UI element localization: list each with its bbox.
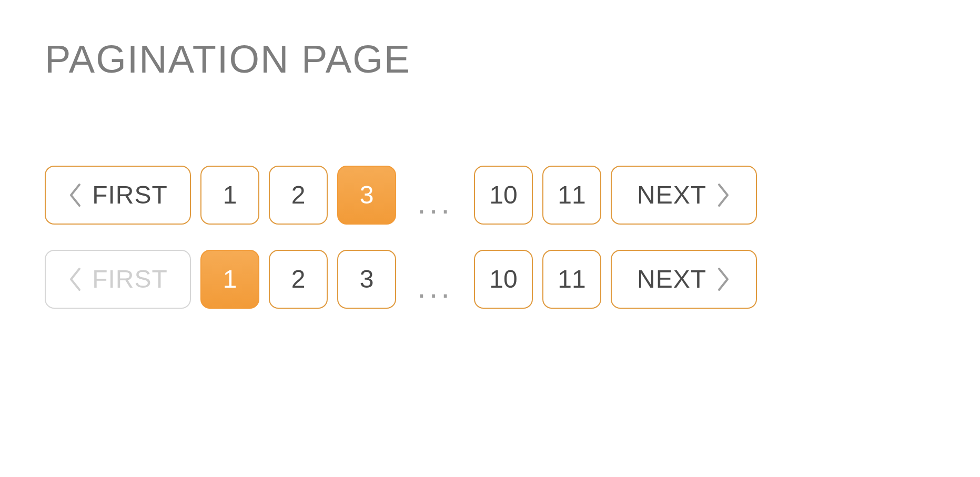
page-button-1[interactable]: 1 xyxy=(200,166,259,225)
chevron-left-icon xyxy=(68,267,83,292)
page-label: 2 xyxy=(291,267,306,292)
chevron-right-icon xyxy=(716,182,731,208)
chevron-left-icon xyxy=(68,182,83,208)
ellipsis: ... xyxy=(406,166,464,225)
page-label: 1 xyxy=(223,267,237,292)
page-label: 10 xyxy=(489,267,517,292)
page-button-11[interactable]: 11 xyxy=(542,250,601,309)
page-button-10[interactable]: 10 xyxy=(474,166,533,225)
first-label: FIRST xyxy=(92,267,168,292)
next-label: NEXT xyxy=(637,182,706,208)
page-button-2[interactable]: 2 xyxy=(269,250,328,309)
page-label: 11 xyxy=(558,267,585,292)
page-label: 2 xyxy=(291,182,306,208)
page-button-3[interactable]: 3 xyxy=(337,250,396,309)
page-button-2[interactable]: 2 xyxy=(269,166,328,225)
ellipsis: ... xyxy=(406,250,464,309)
page-button-10[interactable]: 10 xyxy=(474,250,533,309)
first-button: FIRST xyxy=(45,250,191,309)
next-button[interactable]: NEXT xyxy=(611,166,757,225)
page-label: 3 xyxy=(360,182,374,208)
first-label: FIRST xyxy=(92,182,168,208)
page-label: 11 xyxy=(558,182,585,208)
chevron-right-icon xyxy=(716,267,731,292)
page-button-3[interactable]: 3 xyxy=(337,166,396,225)
page-label: 1 xyxy=(223,182,237,208)
first-button[interactable]: FIRST xyxy=(45,166,191,225)
page-label: 3 xyxy=(360,267,374,292)
page-button-1[interactable]: 1 xyxy=(200,250,259,309)
next-button[interactable]: NEXT xyxy=(611,250,757,309)
page-button-11[interactable]: 11 xyxy=(542,166,601,225)
pagination-row-2: FIRST 1 2 3 ... 10 11 NEXT xyxy=(45,250,935,309)
page-title: PAGINATION PAGE xyxy=(45,37,935,82)
next-label: NEXT xyxy=(637,267,706,292)
page-label: 10 xyxy=(489,182,517,208)
pagination-row-1: FIRST 1 2 3 ... 10 11 NEXT xyxy=(45,166,935,225)
